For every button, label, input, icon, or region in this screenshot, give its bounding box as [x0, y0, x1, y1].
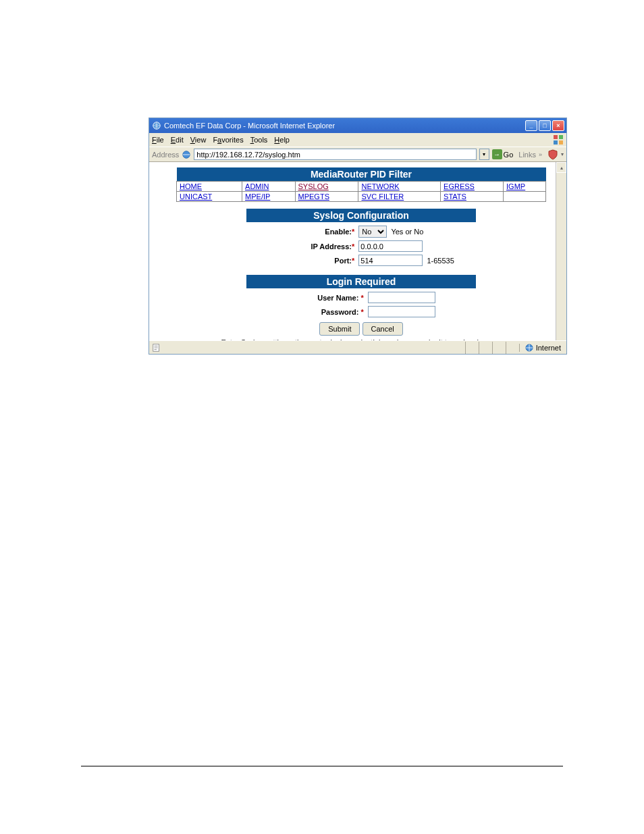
nav-mpegts[interactable]: MPEGTS [298, 192, 329, 201]
address-dropdown[interactable]: ▾ [479, 149, 489, 160]
syslog-section-header: Syslog Configuration [246, 209, 476, 222]
svg-rect-4 [559, 140, 563, 145]
close-button[interactable]: × [552, 120, 564, 131]
go-label: Go [504, 151, 514, 159]
nav-stats[interactable]: STATS [444, 192, 466, 201]
instruction-text: Enter Syslog settings, then enter login … [176, 338, 546, 340]
footer-divider [81, 766, 563, 766]
nav-table: MediaRouter PID Filter HOME ADMIN SYSLOG… [176, 167, 546, 202]
status-done-icon [152, 343, 161, 353]
menubar: File Edit View Favorites Tools Help [149, 133, 566, 147]
internet-zone-label: Internet [536, 344, 561, 352]
nav-unicast[interactable]: UNICAST [180, 192, 212, 201]
login-section-header: Login Required [246, 275, 476, 288]
enable-select[interactable]: No [358, 226, 387, 238]
port-hint: 1-65535 [425, 257, 454, 265]
statusbar: Internet [149, 340, 566, 354]
links-label[interactable]: Links [518, 151, 536, 159]
password-label: Password: [321, 308, 359, 316]
browser-window: Comtech EF Data Corp - Microsoft Interne… [149, 118, 567, 355]
internet-zone-icon [525, 344, 533, 352]
titlebar: Comtech EF Data Corp - Microsoft Interne… [149, 118, 566, 133]
menu-favorites[interactable]: Favorites [213, 136, 243, 144]
menu-file[interactable]: File [152, 136, 164, 144]
svg-rect-2 [559, 135, 563, 139]
nav-network[interactable]: NETWORK [361, 182, 399, 190]
cancel-button[interactable]: Cancel [363, 322, 403, 336]
enable-hint: Yes or No [389, 228, 423, 236]
dropdown-chevron-icon[interactable]: ▾ [561, 151, 564, 157]
content-area: ▴ MediaRouter PID Filter HOME ADMIN SYSL… [149, 161, 566, 340]
username-input[interactable] [368, 292, 435, 303]
submit-button[interactable]: Submit [319, 322, 360, 336]
maximize-button[interactable]: □ [539, 120, 551, 131]
svg-rect-1 [554, 135, 558, 139]
svg-rect-3 [554, 140, 558, 145]
scrollbar[interactable]: ▴ [556, 162, 566, 340]
enable-label: Enable: [325, 228, 352, 236]
security-shield-icon[interactable] [547, 149, 558, 160]
address-bar: Address ▾ → Go Links » ▾ [149, 147, 566, 161]
address-label: Address [152, 151, 179, 159]
go-button[interactable]: → Go [492, 149, 514, 160]
go-arrow-icon: → [492, 149, 502, 159]
ip-label: IP Address: [311, 242, 352, 251]
ie-icon [152, 121, 161, 130]
nav-svcfilter[interactable]: SVC FILTER [361, 192, 404, 201]
nav-admin[interactable]: ADMIN [245, 182, 269, 190]
page-title: MediaRouter PID Filter [177, 167, 546, 182]
username-label: User Name: [317, 294, 358, 302]
menu-help[interactable]: Help [274, 136, 290, 144]
nav-egress[interactable]: EGRESS [444, 182, 475, 190]
nav-syslog[interactable]: SYSLOG [298, 182, 329, 190]
password-input[interactable] [368, 306, 435, 317]
scroll-up-icon[interactable]: ▴ [556, 162, 566, 173]
page-icon [182, 150, 191, 159]
ip-input[interactable] [358, 240, 423, 252]
menu-edit[interactable]: Edit [171, 136, 184, 144]
port-label: Port: [334, 257, 352, 265]
port-input[interactable] [358, 255, 423, 266]
nav-mpeip[interactable]: MPE/IP [245, 192, 270, 201]
window-title: Comtech EF Data Corp - Microsoft Interne… [164, 122, 525, 130]
menu-tools[interactable]: Tools [250, 136, 268, 144]
menu-view[interactable]: View [190, 136, 207, 144]
nav-home[interactable]: HOME [180, 182, 202, 190]
nav-igmp[interactable]: IGMP [506, 182, 525, 190]
address-input[interactable] [194, 149, 476, 160]
minimize-button[interactable]: _ [525, 120, 537, 131]
windows-flag-icon [553, 134, 564, 145]
links-chevron-icon[interactable]: » [539, 151, 542, 158]
